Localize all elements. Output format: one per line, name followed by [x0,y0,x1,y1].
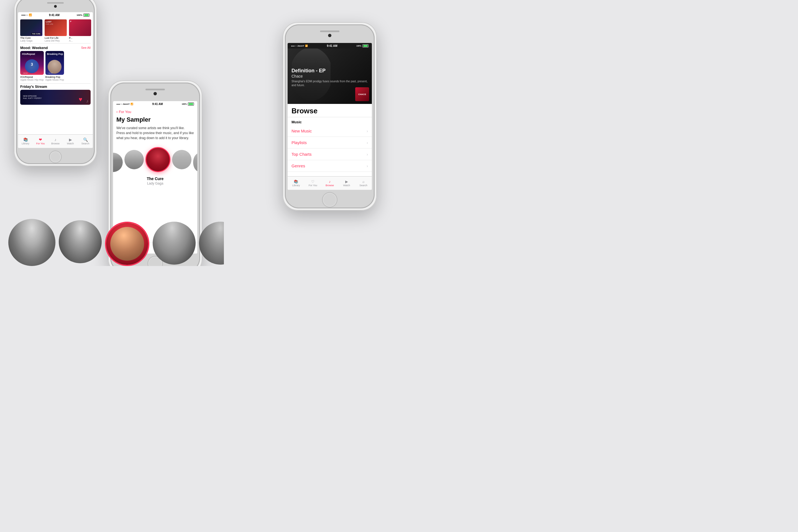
speaker-left [47,2,64,4]
tab-search-p3[interactable]: ⌕ Search [355,176,372,190]
foryou-icon: ❤ [39,138,42,141]
music-section-header: Music [288,117,372,125]
speaker-mid [146,89,165,90]
status-time: 9:41 AM [49,14,60,17]
tab-watch-p1[interactable]: ▶ Watch [63,135,78,148]
browse-title-bar: Browse [288,104,372,117]
phone1-content: THE CURE The Cure Lady Gaga LUST FOR LIF… [18,18,93,148]
battery-icon [83,14,90,17]
album-row: THE CURE The Cure Lady Gaga LUST FOR LIF… [18,18,93,43]
library-icon: 📚 [23,138,28,141]
search-label-p1: Search [81,142,90,145]
phone-right: ●●●○○ JasonY 📶 9:41 AM 100% Definition - [283,22,377,211]
tab-foryou-p1[interactable]: ❤ For You [33,135,48,148]
new-music-label: New Music [291,129,312,133]
album3-title: P... [69,37,91,39]
tab-foryou-p3[interactable]: ♡ For You [305,176,321,190]
camera-right [328,34,331,37]
chevron-right-icon-3: › [366,152,368,156]
artist-circle-2[interactable] [125,150,144,169]
browse-title: Browse [291,107,368,115]
artist-circle-3-highlighted[interactable] [146,147,170,172]
bottom-artist-5-partial [199,222,224,265]
back-row: ‹ For You [113,107,197,115]
lust-title: Lust For Life [44,37,67,39]
mood-card-breakingpop[interactable]: Breaking Pop 🎵 MUSIC [45,51,64,75]
phone3-status: ●●●○○ JasonY 📶 9:41 AM 100% [288,43,372,49]
vol-up-mid [108,114,108,124]
power-mid [202,116,203,130]
onrepeat-sub: Apple Music Hip-Hop [20,78,44,81]
library-label: Library [22,142,30,145]
mood-title: Mood: Weekend [20,46,48,50]
p2-wifi-icon: 📶 [131,103,133,105]
see-all-mood[interactable]: See All [81,46,91,49]
cure-artist: Lady Gaga [20,39,42,42]
breakingpop-sub: Apple Music Pop [45,78,64,81]
artist-circle-4[interactable] [172,150,191,169]
list-item-new-music[interactable]: New Music › [288,125,372,137]
hero-album-art: CHACE [355,87,369,101]
bottom-artist-2 [59,220,102,263]
apple-badge-1: 🎵 MUSIC [21,72,28,74]
artist-circle-1[interactable] [113,153,123,172]
hero-desc: Shanghai's EDM prodigy fuses sounds from… [291,79,368,87]
mood-card-onrepeat[interactable]: #OnRepeat 3 🎵 MUSIC [20,51,44,75]
tab-watch-p3[interactable]: ▶ Watch [338,176,355,190]
volume-down [13,33,14,41]
status-right: 100% [77,14,90,17]
bottom-artist-3-highlighted [105,222,149,266]
tab-search-p1[interactable]: 🔍 Search [78,135,93,148]
phone3-screen: ●●●○○ JasonY 📶 9:41 AM 100% Definition - [288,43,372,190]
album-art-inner: CHACE [355,87,369,101]
tab-library-p3[interactable]: 📚 Library [288,176,305,190]
genres-label: Genres [291,164,305,168]
selected-artist-sub: Lady Gaga [147,182,164,185]
browse-tab-label-p3: Browse [326,184,334,187]
sampler-subtitle: We've curated some artists we think you'… [113,126,197,145]
apple-badge-2: 🎵 MUSIC [46,72,53,74]
list-item-genres[interactable]: Genres › [288,160,372,172]
p2-battery: 100% [182,103,187,105]
phone1-status-bar: ●●●○○ 📶 9:41 AM 100% [18,12,93,18]
phone-left: ●●●○○ 📶 9:41 AM 100% THE CURE The Cure L… [14,0,97,166]
search-icon-p3: ⌕ [362,180,365,184]
artist-circles-row [113,145,197,174]
p2-carrier: ●●●○○ JasonY [116,103,130,105]
sampler-title: My Sampler [113,115,197,126]
playlists-label: Playlists [291,140,307,145]
artist-circle-5[interactable] [193,153,197,172]
tab-library-p1[interactable]: 📚 Library [18,135,33,148]
friday-card[interactable]: NEW EPISODE feat. KATY PERRY ♥ ♪ [20,90,91,105]
hero-section: Definition - EP Chace Shanghai's EDM pro… [288,49,372,104]
carrier-text: ●●●○○ [21,14,28,16]
friday-text: NEW EPISODE feat. KATY PERRY [23,95,41,99]
phone3-tab-bar: 📚 Library ♡ For You ♪ Browse ▶ Watch ⌕ [288,176,372,190]
tab-browse-p3[interactable]: ♪ Browse [321,176,338,190]
home-button-p3[interactable] [323,193,337,207]
back-label[interactable]: For You [119,110,131,114]
browse-label: Browse [51,142,60,145]
list-item-playlists[interactable]: Playlists › [288,137,372,149]
friday-feat: feat. KATY PERRY [23,97,41,99]
breakingpop-name: Breaking Pop [45,76,64,78]
top-charts-label: Top Charts [291,152,312,156]
album-item-lust: LUST FOR LIFE Lust For Life Lana Del Rey [44,19,67,42]
search-icon-p1: 🔍 [83,138,88,141]
mood-col-1: #OnRepeat 3 🎵 MUSIC #OnRepeat Apple Musi… [20,51,44,81]
hero-artist: Chace [291,74,368,78]
onrepeat-title: #OnRepeat [22,53,35,56]
list-item-top-charts[interactable]: Top Charts › [288,149,372,160]
onrepeat-circle: 3 [25,59,39,73]
vol-up-right [282,55,283,65]
lust-artist: Lana Del Rey [44,39,67,42]
tab-browse-p1[interactable]: ♪ Browse [48,135,63,148]
foryou-label: For You [36,142,44,145]
library-icon-p3: 📚 [294,180,298,184]
friday-title: Friday's Stream [18,83,93,90]
lust-cover: LUST FOR LIFE [44,19,67,36]
home-button-p1[interactable] [50,151,61,163]
album-item-3: P P... A... [69,19,91,42]
friday-episode: NEW EPISODE [23,95,41,97]
vol-dn-right [282,68,283,78]
